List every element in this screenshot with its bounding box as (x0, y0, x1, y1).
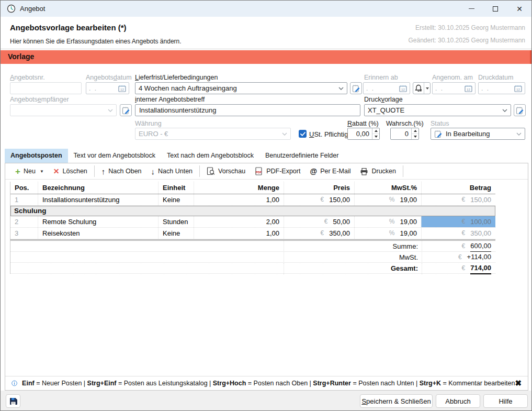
ust-checkbox-label[interactable]: USt. Pflichtig (309, 130, 348, 138)
selected-cell[interactable]: €100,00 (421, 216, 495, 227)
rabatt-spin-up[interactable] (372, 128, 379, 134)
table-row[interactable]: 1 Installationsunterstützung Keine 1,00 … (10, 194, 495, 206)
close-button[interactable]: ✕ (507, 1, 531, 17)
col-bezeichnung: Bezeichnung (38, 182, 158, 194)
angenommen-label: Angenom. am (432, 74, 473, 81)
drucken-button[interactable]: Drucken (355, 165, 401, 177)
rabatt-spinner[interactable]: 0,00 (347, 128, 380, 140)
neu-dropdown-arrow[interactable]: ▼ (40, 169, 44, 174)
chevron-down-icon (108, 109, 113, 112)
druckdatum-label: Druckdatum (478, 74, 513, 81)
rabatt-spin-down[interactable] (372, 134, 379, 139)
druckvorlage-value: XT_QUOTE (368, 106, 500, 114)
calendar-icon[interactable]: 12 (514, 85, 522, 92)
wahrsch-spin-down[interactable] (412, 134, 418, 139)
tab-strip: Angebotsposten Text vor dem Angebotsbloc… (5, 149, 344, 163)
minimize-button[interactable] (459, 1, 483, 17)
positions-toolbar: + Neu ▼ ✕ Löschen ↑ Nach Oben ↓ Nach Unt… (5, 163, 528, 180)
nach-unten-button[interactable]: ↓ Nach Unten (146, 165, 198, 177)
percent-symbol: % (389, 228, 395, 239)
summe-value: 600,00 (470, 241, 491, 252)
nach-oben-button[interactable]: ↑ Nach Oben (97, 165, 146, 177)
waehrung-value: EURO - € (139, 130, 280, 138)
lieferfrist-label: Lieferfrist/Lieferbedingungen (135, 74, 218, 81)
empfaenger-combobox[interactable] (10, 104, 117, 116)
tab-angebotsposten[interactable]: Angebotsposten (5, 149, 68, 163)
wahrsch-label: Wahrsch.(%) (386, 120, 424, 127)
page-header: Angebotsvorlage bearbeiten (*) Hier könn… (1, 17, 531, 49)
euro-symbol: € (462, 241, 466, 252)
vorschau-button[interactable]: Vorschau (202, 165, 250, 177)
hint-close-icon[interactable]: ✖ (515, 379, 522, 388)
pdf-export-button[interactable]: PDF PDF-Export (250, 165, 305, 177)
euro-symbol: € (324, 216, 328, 227)
tab-text-nach[interactable]: Text nach dem Angebotsblock (161, 149, 259, 163)
euro-symbol: € (462, 194, 466, 205)
maximize-button[interactable] (483, 1, 507, 17)
angebotsnr-field[interactable] (10, 82, 82, 94)
empfaenger-edit-button[interactable] (120, 104, 132, 116)
angebot-window: Angebot ✕ Angebotsvorlage bearbeiten (*)… (0, 0, 532, 411)
save-close-button[interactable]: Speichern & Schließen (360, 394, 433, 408)
col-preis: Preis (284, 182, 354, 194)
angenommen-field[interactable]: . . 12 (432, 82, 476, 94)
tab-text-vor[interactable]: Text vor dem Angebotsblock (68, 149, 161, 163)
chevron-down-icon (282, 132, 287, 136)
arrow-up-icon: ↑ (101, 168, 106, 175)
percent-symbol: % (389, 194, 395, 205)
angebotsnr-input[interactable] (10, 83, 81, 94)
save-button[interactable] (6, 394, 20, 408)
shortcut-hint-bar: Einf = Neuer Posten | Strg+Einf = Posten… (5, 376, 528, 390)
betreff-input[interactable] (135, 105, 360, 116)
tab-benutzerdefinierte-felder[interactable]: Benutzerdefinierte Felder (259, 149, 344, 163)
table-header-row: Pos. Bezeichnung Einheit Menge Preis MwS… (10, 182, 495, 194)
druckvorlage-edit-button[interactable] (514, 104, 526, 116)
created-meta: Erstellt: 30.10.2025 Georg Mustermann (415, 24, 525, 31)
per-email-button[interactable]: @ Per E-Mail (305, 165, 355, 177)
table-row[interactable]: 2 Remote Schulung Stunden 2,00 €50,00 %1… (10, 216, 495, 228)
table-row[interactable]: 3 Reisekosten Keine 1,00 €350,00 %19,00 … (10, 228, 495, 239)
calendar-icon[interactable]: 12 (465, 85, 472, 92)
waehrung-combobox[interactable]: EURO - € (135, 128, 291, 140)
angebotsdatum-field[interactable]: . . 12 (86, 82, 129, 94)
info-icon (12, 379, 17, 387)
empfaenger-label: Angebotsempfänger (10, 96, 69, 103)
lieferfrist-combobox[interactable]: 4 Wochen nach Auftragseingang (135, 82, 347, 94)
wahrsch-spinner[interactable]: 0 (390, 128, 419, 140)
abort-button[interactable]: Abbruch (436, 394, 480, 408)
rabatt-value[interactable]: 0,00 (348, 128, 372, 139)
erinnern-field[interactable]: . . 12 (363, 82, 410, 94)
bell-dropdown-arrow[interactable] (424, 83, 430, 94)
ust-checkbox[interactable] (299, 130, 307, 138)
svg-text:12: 12 (467, 87, 470, 91)
loeschen-button[interactable]: ✕ Löschen (49, 165, 92, 177)
betreff-field[interactable] (135, 104, 360, 116)
svg-text:12: 12 (516, 87, 520, 91)
bell-off-icon[interactable] (413, 83, 424, 94)
druckdatum-field[interactable]: . . 12 (478, 82, 525, 94)
group-header-row[interactable]: Schulung (10, 206, 495, 216)
edit-note-icon (122, 106, 130, 115)
lieferfrist-edit-button[interactable] (350, 82, 362, 94)
edit-note-icon (516, 106, 524, 115)
printer-icon (360, 168, 368, 175)
wahrsch-value[interactable]: 0 (391, 128, 411, 139)
floppy-disk-icon (9, 397, 18, 406)
calendar-icon[interactable]: 12 (399, 85, 407, 92)
wahrsch-spin-up[interactable] (412, 128, 418, 134)
druckvorlage-combobox[interactable]: XT_QUOTE (364, 104, 511, 116)
euro-symbol: € (321, 228, 324, 239)
euro-symbol: € (462, 216, 466, 227)
reminder-bell-splitbutton[interactable] (413, 82, 431, 94)
neu-button[interactable]: + Neu ▼ (10, 165, 49, 177)
lieferfrist-value: 4 Wochen nach Auftragseingang (139, 84, 336, 92)
erinnern-label: Erinnern ab (364, 74, 398, 81)
angebotsdatum-label: Angebotsdatum (86, 74, 132, 81)
gesamt-label: Gesamt: (284, 263, 422, 274)
plus-icon: + (15, 167, 20, 176)
status-combobox[interactable]: In Bearbeitung (431, 128, 525, 140)
calendar-icon[interactable]: 12 (118, 85, 126, 92)
mwst-label: MwSt. (284, 252, 422, 263)
help-button[interactable]: Hilfe (483, 394, 528, 408)
rabatt-label: Rabatt (%) (347, 120, 379, 127)
